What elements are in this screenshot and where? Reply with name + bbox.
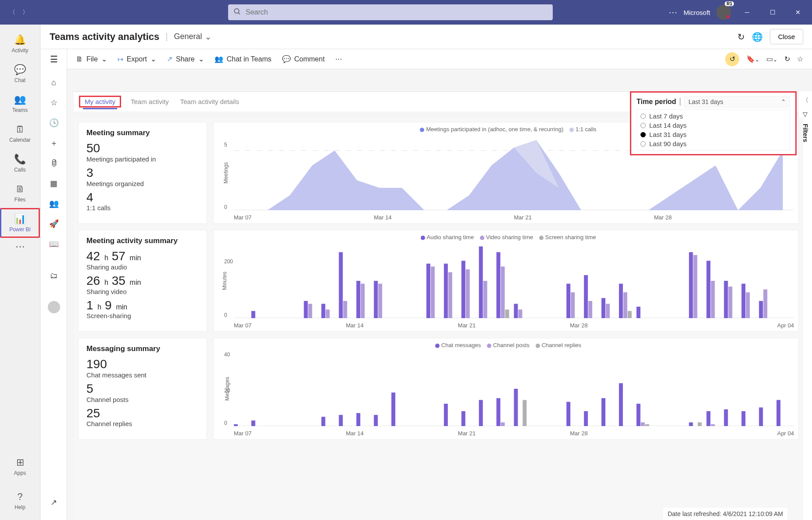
svg-rect-55 [374,415,378,427]
radio-icon [640,141,646,147]
chat-icon: 💬 [14,64,26,75]
svg-rect-22 [689,252,693,318]
y-tick: 5 [224,142,227,148]
svg-rect-44 [728,287,732,318]
radio-icon [640,123,646,128]
rail-more[interactable]: ⋯ [0,238,40,255]
nav-learn[interactable]: 🚀 [45,215,63,233]
comment-button[interactable]: 💬Comment [282,55,325,63]
nav-forward-button[interactable]: 〉 [20,7,31,18]
svg-rect-10 [374,281,378,318]
tab-team-activity[interactable]: Team activity [129,95,171,108]
refresh-visual-icon[interactable]: ↻ [784,55,790,63]
nav-apps[interactable]: ▦ [45,175,63,192]
grip-icon [680,98,681,106]
chat-in-teams-button[interactable]: 👥Chat in Teams [215,55,272,63]
reset-button[interactable]: ↺ [725,52,739,66]
x-tick: Mar 14 [374,214,514,221]
stat-value: 1 h 9 min [86,299,199,312]
nav-workspaces[interactable]: 📖 [45,235,63,253]
svg-rect-16 [514,304,518,318]
x-tick: Mar 07 [234,430,346,437]
y-tick: 40 [224,351,230,358]
time-option-7[interactable]: Last 7 days [640,111,786,121]
nav-create[interactable]: ＋ [45,134,63,152]
svg-rect-65 [619,383,623,426]
option-label: Last 31 days [649,131,687,138]
rail-apps[interactable]: ⊞Apps [0,452,40,481]
toolbar-label: Comment [294,55,325,63]
user-avatar[interactable]: R1 [716,5,731,20]
bookmark-icon[interactable]: 🔖⌄ [746,55,759,63]
hamburger-icon[interactable]: ☰ [50,54,58,65]
chevron-down-icon: ⌄ [205,32,211,42]
nav-shared[interactable]: 👥 [45,195,63,212]
rail-calendar[interactable]: 🗓Calendar [0,118,40,148]
nav-back-button[interactable]: 〈 [7,7,18,18]
rail-chat[interactable]: 💬Chat [0,59,40,89]
rail-help[interactable]: ?Help [0,486,40,516]
nav-workspace-stack[interactable]: 🗂 [45,267,63,284]
tab-general[interactable]: General ⌄ [174,32,211,42]
meeting-activity-card: Meeting activity summary 42 h 57 min Sha… [78,230,207,332]
report-toolbar: 🗎File⌄ ↦Export⌄ ↗Share⌄ 👥Chat in Teams 💬… [67,49,812,69]
svg-rect-67 [689,423,693,427]
svg-rect-73 [501,423,505,427]
time-option-14[interactable]: Last 14 days [640,121,786,130]
rail-teams[interactable]: 👥Teams [0,89,40,118]
rail-activity[interactable]: 🔔Activity [0,29,40,59]
svg-rect-36 [501,266,505,318]
powerbi-nav: ⌂ ☆ 🕓 ＋ 🛢 ▦ 👥 🚀 📖 🗂 ↗ [41,69,67,520]
nav-home[interactable]: ⌂ [45,74,63,91]
divider-icon: | [165,32,168,42]
rail-calls[interactable]: 📞Calls [0,148,40,178]
legend-label: Screen sharing time [545,234,596,240]
star-icon[interactable]: ☆ [797,55,803,63]
time-period-dropdown[interactable]: Last 31 days ⌃ [684,96,790,108]
popout-button[interactable]: ↗ [45,494,63,511]
share-menu[interactable]: ↗Share⌄ [167,55,204,63]
refresh-icon[interactable]: ↻ [737,32,745,42]
stat-label: Chat messages sent [86,371,199,379]
rail-powerbi[interactable]: 📊Power BI [0,208,40,238]
svg-rect-35 [483,281,487,318]
export-menu[interactable]: ↦Export⌄ [118,55,156,63]
legend-label: Meetings participated in (adhoc, one tim… [426,126,563,133]
toolbar-more[interactable]: ⋯ [335,55,342,63]
x-tick: Mar 14 [346,322,458,329]
more-icon[interactable]: ⋯ [669,7,677,18]
messages-bar-chart[interactable]: Chat messages Channel posts Channel repl… [213,338,799,440]
file-icon: 🗎 [15,183,25,195]
minimize-button[interactable]: ─ [737,3,757,22]
svg-rect-68 [706,411,710,426]
nav-profile[interactable] [45,298,63,316]
stat-label: Meetings organized [86,180,199,187]
popout-icon: ↗ [50,498,57,507]
file-menu[interactable]: 🗎File⌄ [76,55,107,63]
svg-rect-41 [623,292,627,318]
nav-datasets[interactable]: 🛢 [45,154,63,172]
time-period-options: Last 7 days Last 14 days Last 31 days La… [637,109,790,151]
svg-rect-29 [343,301,347,318]
minutes-bar-chart[interactable]: Audio sharing time Video sharing time Sc… [213,230,799,332]
svg-rect-74 [641,423,645,427]
search-input[interactable] [228,4,553,20]
svg-rect-56 [391,393,395,427]
stat-value: 190 [86,358,199,371]
close-tab-button[interactable]: Close [770,29,803,44]
svg-rect-30 [361,284,365,318]
nav-favorites[interactable]: ☆ [45,94,63,111]
time-option-31[interactable]: Last 31 days [640,130,786,139]
title-bar: 〈 〉 ⋯ Microsoft R1 ─ ☐ ✕ [0,0,812,25]
time-option-90[interactable]: Last 90 days [640,139,786,148]
globe-icon[interactable]: 🌐 [752,32,763,42]
view-icon[interactable]: ▭⌄ [766,55,777,63]
tab-my-activity[interactable]: My activity [83,95,117,109]
funnel-icon: ▽ [803,111,808,118]
close-window-button[interactable]: ✕ [788,3,808,22]
maximize-button[interactable]: ☐ [763,3,782,22]
tab-team-activity-details[interactable]: Team activity details [179,95,241,108]
svg-rect-66 [637,404,640,426]
rail-files[interactable]: 🗎Files [0,178,40,208]
nav-recent[interactable]: 🕓 [45,114,63,132]
